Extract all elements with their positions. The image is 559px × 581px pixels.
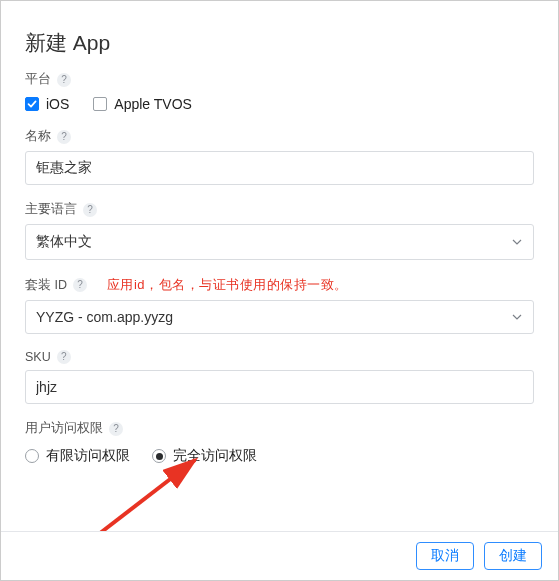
- checkbox-tvos-label: Apple TVOS: [114, 96, 192, 112]
- access-field: 用户访问权限 ? 有限访问权限 完全访问权限: [25, 420, 534, 465]
- language-select[interactable]: 繁体中文: [25, 224, 534, 260]
- dialog-title: 新建 App: [25, 29, 534, 57]
- language-value: 繁体中文: [36, 233, 92, 251]
- help-icon[interactable]: ?: [57, 350, 71, 364]
- help-icon[interactable]: ?: [57, 130, 71, 144]
- checkbox-ios-label: iOS: [46, 96, 69, 112]
- sku-field: SKU ?: [25, 350, 534, 404]
- name-field: 名称 ?: [25, 128, 534, 185]
- radio-icon: [25, 449, 39, 463]
- chevron-down-icon: [511, 311, 523, 323]
- platform-label: 平台: [25, 71, 51, 88]
- name-label: 名称: [25, 128, 51, 145]
- help-icon[interactable]: ?: [109, 422, 123, 436]
- language-label: 主要语言: [25, 201, 77, 218]
- bundle-annotation: 应用id，包名，与证书使用的保持一致。: [107, 276, 348, 294]
- chevron-down-icon: [511, 236, 523, 248]
- cancel-button[interactable]: 取消: [416, 542, 474, 570]
- name-input[interactable]: [25, 151, 534, 185]
- svg-line-0: [95, 460, 195, 537]
- radio-limited-access[interactable]: 有限访问权限: [25, 447, 130, 465]
- bundle-select[interactable]: YYZG - com.app.yyzg: [25, 300, 534, 334]
- access-label: 用户访问权限: [25, 420, 103, 437]
- bundle-label: 套装 ID: [25, 277, 67, 294]
- help-icon[interactable]: ?: [73, 278, 87, 292]
- checkbox-icon: [93, 97, 107, 111]
- checkbox-tvos[interactable]: Apple TVOS: [93, 96, 192, 112]
- sku-label: SKU: [25, 350, 51, 364]
- help-icon[interactable]: ?: [83, 203, 97, 217]
- create-button[interactable]: 创建: [484, 542, 542, 570]
- annotation-arrow-icon: [85, 452, 225, 542]
- dialog-footer: 取消 创建: [1, 531, 558, 580]
- sku-input[interactable]: [25, 370, 534, 404]
- bundle-value: YYZG - com.app.yyzg: [36, 309, 173, 325]
- radio-icon: [152, 449, 166, 463]
- checkbox-ios[interactable]: iOS: [25, 96, 69, 112]
- radio-limited-label: 有限访问权限: [46, 447, 130, 465]
- platform-field: 平台 ? iOS Apple TVOS: [25, 71, 534, 112]
- checkbox-icon: [25, 97, 39, 111]
- help-icon[interactable]: ?: [57, 73, 71, 87]
- radio-full-label: 完全访问权限: [173, 447, 257, 465]
- language-field: 主要语言 ? 繁体中文: [25, 201, 534, 260]
- radio-full-access[interactable]: 完全访问权限: [152, 447, 257, 465]
- bundle-field: 套装 ID ? 应用id，包名，与证书使用的保持一致。 YYZG - com.a…: [25, 276, 534, 334]
